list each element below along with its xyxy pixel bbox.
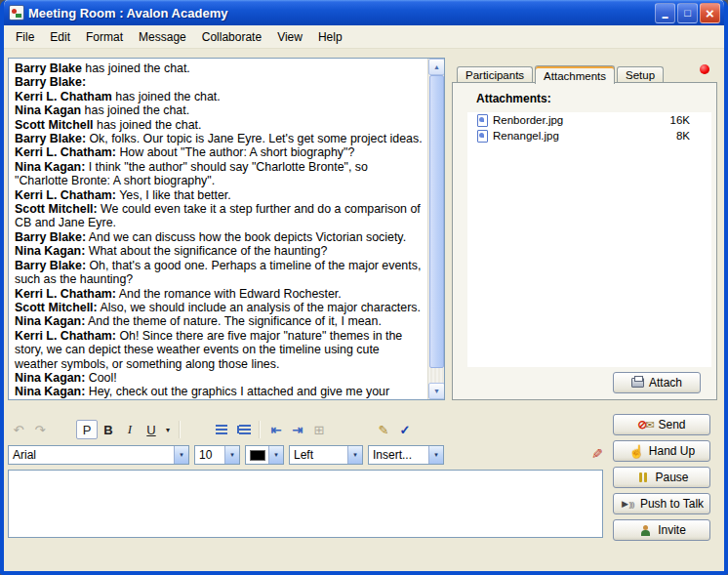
chat-message: Kerri L. Chatham: Oh! Since there are fi… [15, 329, 424, 371]
close-icon: × [706, 5, 714, 21]
insert-select[interactable]: Insert... ▾ [368, 445, 444, 465]
attachments-label: Attachments: [476, 92, 551, 105]
menu-item[interactable]: Format [78, 27, 131, 47]
chat-message: Nina Kagan: What about the significance … [15, 244, 424, 258]
chat-text: Yes, I like that better. [116, 188, 231, 202]
chat-text: has joined the chat. [112, 90, 221, 103]
tab-attachments[interactable]: Attachments [535, 65, 615, 84]
alignment-value: Left [290, 448, 347, 462]
attachment-item[interactable]: Renangel.jpg 8K [467, 128, 711, 144]
chat-log[interactable]: Barry Blake has joined the chat. Barry B… [8, 58, 445, 400]
tab-setup[interactable]: Setup [617, 66, 664, 83]
attachments-list[interactable]: Renborder.jpg 16K Renangel.jpg 8K [467, 112, 711, 367]
file-size: 16K [670, 114, 690, 126]
font-size-value: 10 [195, 448, 224, 462]
action-label: Send [658, 418, 685, 431]
action-label: Invite [658, 523, 686, 537]
bold-button[interactable]: B [98, 420, 119, 439]
font-family-select[interactable]: Arial ▾ [8, 445, 189, 465]
invite-button[interactable]: Invite [613, 519, 710, 541]
italic-button[interactable]: I [119, 420, 141, 439]
push-to-talk-button[interactable]: Push to Talk [613, 493, 710, 514]
redo-icon[interactable]: ↷ [29, 420, 51, 439]
chat-message: Barry Blake has joined the chat. [15, 62, 424, 75]
chat-author: Nina Kagan: [15, 314, 85, 328]
chat-message: Barry Blake: Oh, that's a good one. Perh… [15, 259, 424, 287]
signature-pen-icon[interactable]: ✎ [373, 420, 394, 439]
action-label: Pause [655, 471, 688, 484]
alignment-select[interactable]: Left ▾ [289, 445, 363, 465]
decrease-indent-icon[interactable]: ⇤ [265, 420, 287, 439]
client-area: Barry Blake has joined the chat. Barry B… [4, 49, 724, 570]
title-bar[interactable]: Meeting Room : Avalon Academy ▬ □ × [4, 0, 724, 25]
increase-indent-icon[interactable]: ⇥ [287, 420, 308, 439]
chat-text: How about "The author: A short biography… [116, 145, 354, 159]
chat-author: Kerri L. Chatham: [15, 329, 116, 343]
plain-style-button[interactable]: P [76, 420, 98, 439]
chat-text: has joined the chat. [82, 62, 190, 75]
chat-author: Kerri L. Chatham [15, 90, 112, 103]
chat-message: Barry Blake: Ok, folks. Our topic is Jan… [15, 132, 424, 145]
undo-icon[interactable]: ↶ [8, 420, 29, 439]
chat-message: Nina Kagan: Cool! [15, 371, 424, 385]
file-name: Renborder.jpg [493, 114, 670, 126]
menu-item[interactable]: Collaborate [194, 27, 269, 47]
menu-item[interactable]: File [8, 27, 42, 47]
maximize-icon: □ [684, 7, 691, 19]
bullet-list-icon[interactable] [232, 420, 254, 439]
numbered-list-icon[interactable] [211, 420, 232, 439]
menu-item[interactable]: Message [131, 27, 194, 47]
menu-bar: File Edit Format Message Collaborate Vie… [4, 25, 724, 49]
meeting-room-window: Meeting Room : Avalon Academy ▬ □ × File… [0, 0, 728, 575]
pause-button[interactable]: Pause [613, 467, 710, 488]
chat-author: Kerri L. Chatham: [15, 145, 116, 159]
scroll-down-icon[interactable]: ▼ [428, 383, 445, 399]
hand-up-button[interactable]: Hand Up [613, 440, 710, 462]
font-color-select[interactable]: ▾ [245, 445, 284, 465]
minimize-button[interactable]: ▬ [655, 3, 675, 23]
maximize-button[interactable]: □ [677, 3, 698, 23]
scrollbar-thumb[interactable] [429, 75, 444, 368]
handwriting-pen-icon[interactable]: ✎ [591, 446, 603, 462]
file-icon [477, 114, 488, 127]
right-panel-tabs: Participants Attachments Setup [452, 62, 717, 83]
tab-participants[interactable]: Participants [457, 66, 533, 83]
menu-item[interactable]: View [269, 27, 310, 47]
insert-object-icon[interactable]: ⊞ [308, 420, 330, 439]
attach-icon [631, 378, 644, 388]
status-indicator-dot [700, 64, 709, 74]
formatting-toolbar: ↶ ↷ P B I U ▾ ⇤ ⇥ ⊞ ✎ ✓ [8, 417, 605, 442]
chat-author: Scott Mitchell: [15, 202, 98, 216]
menu-item[interactable]: Help [310, 27, 350, 47]
close-button[interactable]: × [700, 3, 720, 23]
chat-author: Nina Kagan: [15, 244, 85, 258]
action-icon [637, 523, 654, 537]
underline-button[interactable]: U [141, 420, 162, 439]
scroll-up-icon[interactable]: ▲ [428, 59, 445, 75]
chat-text: has joined the chat. [81, 103, 189, 117]
chat-message: Scott Mitchell has joined the chat. [15, 118, 424, 132]
file-icon [477, 130, 488, 143]
chat-messages: Barry Blake has joined the chat. Barry B… [9, 59, 427, 399]
bold-glyph: B [103, 423, 112, 437]
menu-item[interactable]: Edit [42, 27, 78, 47]
attach-button-label: Attach [649, 376, 682, 390]
chat-message: Nina Kagan: Hey, check out the graphics … [15, 385, 424, 399]
outdent-glyph: ⇤ [271, 423, 282, 437]
chat-scrollbar[interactable]: ▲ ▼ [427, 59, 444, 399]
send-button[interactable]: Send [613, 414, 710, 435]
underline-menu-glyph: ▾ [166, 426, 170, 434]
tab-label: Participants [465, 69, 524, 81]
action-icon [620, 497, 636, 511]
chat-message: Kerri L. Chatham: Yes, I like that bette… [15, 188, 424, 202]
spellcheck-icon[interactable]: ✓ [394, 420, 416, 439]
chat-author: Barry Blake: [15, 132, 86, 145]
attach-button[interactable]: Attach [613, 372, 701, 393]
underline-options-arrow-icon[interactable]: ▾ [162, 420, 174, 439]
dropdown-arrow-icon: ▾ [347, 446, 362, 464]
attachment-item[interactable]: Renborder.jpg 16K [467, 112, 711, 128]
chat-message: Scott Mitchell: We could even take it a … [15, 202, 424, 230]
spellcheck-glyph: ✓ [400, 423, 411, 437]
message-input[interactable] [8, 470, 603, 538]
font-size-select[interactable]: 10 ▾ [194, 445, 240, 465]
